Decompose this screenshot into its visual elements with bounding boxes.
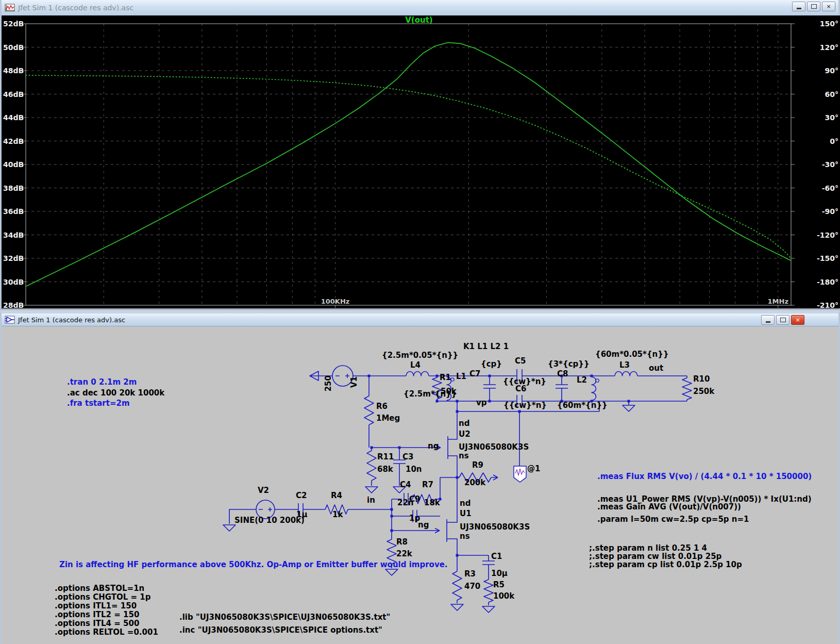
db-axis-label: 36dB [3, 207, 24, 216]
schematic-svg [2, 328, 840, 644]
trace-title: V(out) [405, 15, 432, 25]
phase-axis-label: 60° [825, 90, 838, 98]
phase-axis-label: 120° [820, 43, 838, 52]
bode-plot-svg: 52dB150°50dB120°48dB90°46dB60°44dB30°42d… [2, 15, 840, 308]
db-axis-label: 50dB [3, 43, 24, 52]
db-axis-label: 48dB [3, 67, 24, 75]
schematic-titlebar[interactable]: Jfet Sim 1 (cascode res adv).asc × [2, 313, 838, 326]
phase-axis-label: -120° [817, 231, 838, 239]
db-axis-label: 40dB [3, 160, 24, 169]
waveform-window-title: Jfet Sim 1 (cascode res adv).asc [18, 4, 133, 12]
db-axis-label: 38dB [3, 184, 24, 192]
freq-axis-label: 100KHz [321, 298, 350, 305]
phase-axis-label: -150° [817, 254, 838, 262]
close-button[interactable]: × [791, 315, 804, 325]
restore-button[interactable] [807, 2, 820, 11]
phase-axis-label: -210° [817, 301, 838, 308]
fra-probe-icon [514, 466, 526, 482]
phase-axis-label: 0° [830, 137, 838, 145]
phase-axis-label: 30° [825, 113, 838, 122]
minimize-button[interactable] [761, 315, 775, 325]
schematic-window-title: Jfet Sim 1 (cascode res adv).asc [18, 316, 125, 324]
schematic-window-icon [5, 316, 15, 324]
db-axis-label: 46dB [3, 90, 24, 98]
freq-axis-label: 1MHz [768, 298, 788, 305]
phase-axis-label: -90° [822, 207, 838, 216]
bode-plot[interactable]: 52dB150°50dB120°48dB90°46dB60°44dB30°42d… [2, 15, 840, 308]
phase-axis-label: -180° [817, 278, 838, 286]
schematic-window: Jfet Sim 1 (cascode res adv).asc × K1 L1… [0, 310, 840, 644]
db-axis-label: 44dB [3, 113, 24, 122]
minimize-icon [797, 8, 801, 9]
minimize-icon [766, 321, 770, 323]
schematic-canvas[interactable]: K1 L1 L2 1{2.5m*0.05*{n}}{60m*0.05*{n}}L… [2, 329, 838, 644]
restore-button[interactable] [776, 315, 789, 325]
waveform-window-controls: × [792, 2, 835, 11]
close-icon: × [795, 317, 800, 323]
db-axis-label: 32dB [3, 254, 24, 262]
db-axis-label: 52dB [3, 20, 24, 28]
phase-axis-label: 150° [820, 20, 838, 28]
waveform-window: Jfet Sim 1 (cascode res adv).asc × 52dB1… [0, 0, 840, 309]
close-icon: × [826, 4, 831, 9]
schematic-window-controls: × [761, 315, 804, 325]
phase-axis-label: -60° [822, 184, 838, 192]
close-button[interactable]: × [822, 2, 835, 11]
phase-axis-label: -30° [822, 160, 838, 169]
restore-icon [811, 4, 817, 9]
db-axis-label: 34dB [3, 231, 24, 239]
waveform-window-icon [5, 4, 15, 12]
phase-axis-label: 90° [825, 67, 838, 75]
minimize-button[interactable] [792, 2, 805, 11]
desktop: Jfet Sim 1 (cascode res adv).asc × 52dB1… [0, 0, 840, 644]
db-axis-label: 30dB [3, 278, 24, 286]
restore-icon [780, 318, 786, 322]
db-axis-label: 42dB [3, 137, 24, 145]
waveform-titlebar[interactable]: Jfet Sim 1 (cascode res adv).asc × [2, 0, 838, 16]
db-axis-label: 28dB [3, 301, 24, 308]
